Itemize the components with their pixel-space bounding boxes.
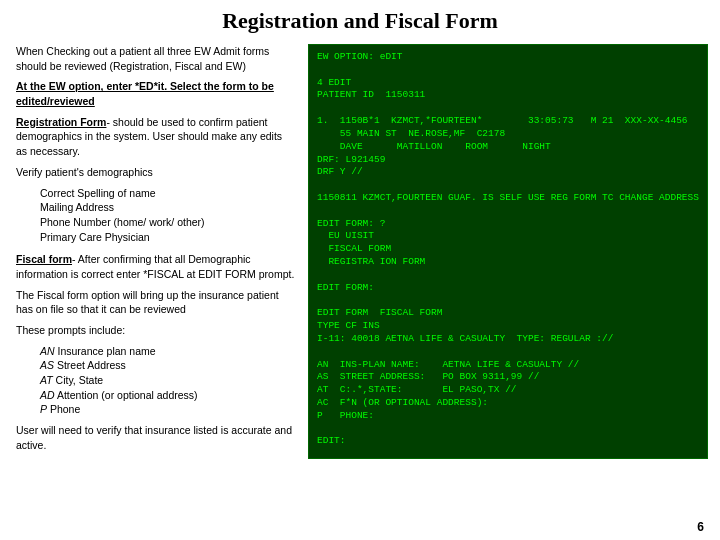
- fiscal-label: Fiscal form: [16, 253, 72, 265]
- terminal-panel: EW OPTION: eDIT 4 EDIT PATIENT ID 115031…: [308, 44, 708, 459]
- t-blank-5: [317, 269, 699, 282]
- verify-list: Correct Spelling of name Mailing Address…: [40, 186, 296, 245]
- prompt-ad: AD Attention (or optional address): [40, 388, 296, 403]
- prompt-as: AS Street Address: [40, 358, 296, 373]
- prompt-an: AN Insurance plan name: [40, 344, 296, 359]
- t-line-19: AS STREET ADDRESS: PO BOX 9311,99 //: [317, 371, 699, 384]
- t-line-15: EDIT FORM FISCAL FORM: [317, 307, 699, 320]
- t-line-7: DRF: L921459: [317, 154, 699, 167]
- t-line-1: EW OPTION: eDIT: [317, 51, 699, 64]
- t-blank-7: [317, 346, 699, 359]
- t-line-11: EU UISIT: [317, 230, 699, 243]
- verify-item-1: Correct Spelling of name: [40, 186, 296, 201]
- t-blank-8: [317, 423, 699, 436]
- verify-item-3: Phone Number (home/ work/ other): [40, 215, 296, 230]
- prompts-list: AN Insurance plan name AS Street Address…: [40, 344, 296, 417]
- t-line-17: I-11: 40018 AETNA LIFE & CASUALTY TYPE: …: [317, 333, 699, 346]
- t-blank-2: [317, 102, 699, 115]
- verify-item-2: Mailing Address: [40, 200, 296, 215]
- prompts-heading: These prompts include:: [16, 323, 296, 338]
- t-line-23: EDIT:: [317, 435, 699, 448]
- t-blank-3: [317, 179, 699, 192]
- t-line-9: 1150811 KZMCT,FOURTEEN GUAF. IS SELF USE…: [317, 192, 699, 205]
- ew-heading-text: At the EW option, enter *ED*it. Select t…: [16, 80, 274, 107]
- t-line-2: 4 EDIT: [317, 77, 699, 90]
- t-line-6: DAVE MATILLON ROOM NIGHT: [317, 141, 699, 154]
- reg-form-label: Registration Form: [16, 116, 106, 128]
- intro-text: When Checking out a patient all three EW…: [16, 44, 296, 73]
- user-note: User will need to verify that insurance …: [16, 423, 296, 452]
- fiscal-note: The Fiscal form option will bring up the…: [16, 288, 296, 317]
- prompt-p: P Phone: [40, 402, 296, 417]
- fiscal-para: Fiscal form- After confirming that all D…: [16, 252, 296, 281]
- t-blank-1: [317, 64, 699, 77]
- t-blank-6: [317, 294, 699, 307]
- t-line-10: EDIT FORM: ?: [317, 218, 699, 231]
- t-line-20: AT C:.*,STATE: EL PASO,TX //: [317, 384, 699, 397]
- t-line-16: TYPE CF INS: [317, 320, 699, 333]
- t-line-13: REGISTRA ION FORM: [317, 256, 699, 269]
- ew-heading: At the EW option, enter *ED*it. Select t…: [16, 79, 296, 108]
- prompt-at: AT City, State: [40, 373, 296, 388]
- t-line-21: AC F*N (OR OPTIONAL ADDRESS):: [317, 397, 699, 410]
- t-line-14: EDIT FORM:: [317, 282, 699, 295]
- content-wrapper: When Checking out a patient all three EW…: [16, 44, 704, 459]
- t-line-4: 1. 1150B*1 KZMCT,*FOURTEEN* 33:05:73 M 2…: [317, 115, 699, 128]
- t-line-18: AN INS-PLAN NAME: AETNA LIFE & CASUALTY …: [317, 359, 699, 372]
- verify-heading-text: Verify patient's demographics: [16, 166, 153, 178]
- reg-form-para: Registration Form- should be used to con…: [16, 115, 296, 159]
- t-line-12: FISCAL FORM: [317, 243, 699, 256]
- left-panel: When Checking out a patient all three EW…: [16, 44, 296, 459]
- t-line-22: P PHONE:: [317, 410, 699, 423]
- page: Registration and Fiscal Form When Checki…: [0, 0, 720, 540]
- t-line-5: 55 MAIN ST NE.ROSE,MF C2178: [317, 128, 699, 141]
- page-number: 6: [697, 520, 704, 534]
- t-line-8: DRF Y //: [317, 166, 699, 179]
- t-line-3: PATIENT ID 1150311: [317, 89, 699, 102]
- t-blank-4: [317, 205, 699, 218]
- verify-heading: Verify patient's demographics: [16, 165, 296, 180]
- page-title: Registration and Fiscal Form: [16, 8, 704, 34]
- verify-item-4: Primary Care Physician: [40, 230, 296, 245]
